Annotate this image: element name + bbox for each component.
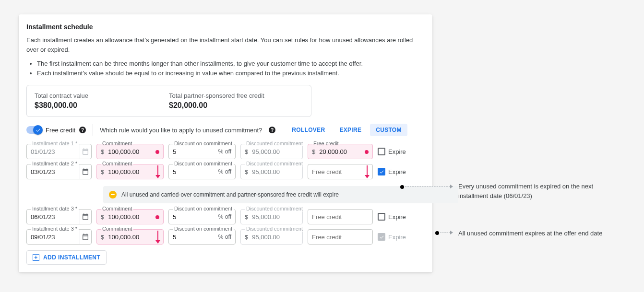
field-label: Discount on commitment	[173, 140, 234, 146]
arrow-down-icon	[155, 231, 161, 244]
discount-input[interactable]	[169, 213, 218, 221]
field-label: Installment date 3 *	[31, 226, 79, 232]
discount-input[interactable]	[169, 148, 218, 155]
rule-custom-button[interactable]: CUSTOM	[370, 124, 407, 136]
field-label: Installment date 3 *	[31, 206, 79, 211]
rule-question: Which rule would you like to apply to un…	[100, 127, 262, 134]
summary-contract: Total contract value $380,000.00	[35, 92, 169, 110]
calendar-icon[interactable]	[80, 210, 91, 224]
currency-prefix: $	[241, 234, 248, 241]
arrow-right-icon	[450, 185, 453, 188]
rule-item: The first installment can be three month…	[37, 59, 425, 69]
date-input[interactable]	[27, 213, 80, 221]
free-credit-toggle-wrap: Free credit ?	[26, 126, 86, 134]
free-credit-toggle-label: Free credit	[46, 127, 75, 134]
date-input[interactable]	[27, 168, 80, 175]
free-credit-toggle[interactable]	[26, 126, 42, 134]
field-label: Installment date 2 *	[31, 161, 79, 166]
rule-rollover-button[interactable]: ROLLOVER	[286, 124, 331, 136]
discounted-commitment-field: Discounted commitment $	[240, 144, 303, 159]
field-label: Discount on commitment	[173, 161, 234, 166]
commitment-field[interactable]: Commitment $	[96, 144, 164, 159]
add-installment-label: ADD INSTALLMENT	[43, 254, 100, 261]
expire-control: Expire	[378, 233, 406, 241]
currency-prefix: $	[308, 148, 315, 155]
discount-field[interactable]: Discount on commitment % off	[168, 229, 236, 245]
page-title: Installment schedule	[26, 23, 425, 31]
summary-contract-value: $380,000.00	[35, 101, 169, 110]
rule-bar: Free credit ? Which rule would you like …	[26, 124, 425, 136]
currency-prefix: $	[97, 168, 104, 175]
unit-suffix: % off	[218, 168, 235, 175]
summary-box: Total contract value $380,000.00 Total p…	[26, 85, 311, 117]
calendar-icon[interactable]	[80, 230, 91, 244]
discounted-commitment-field: Discounted commitment $	[240, 209, 303, 224]
expire-label: Expire	[388, 213, 406, 221]
unit-suffix: % off	[218, 148, 235, 155]
currency-prefix: $	[97, 234, 104, 241]
field-label: Commitment	[101, 140, 133, 146]
field-label: Discounted commitment	[245, 140, 304, 146]
expire-checkbox[interactable]	[378, 168, 385, 175]
currency-prefix: $	[241, 168, 248, 175]
free-credit-field[interactable]	[308, 209, 373, 224]
summary-contract-label: Total contract value	[35, 92, 169, 99]
intro-text: Each installment creates an allowance th…	[26, 35, 425, 54]
field-label: Free credit	[312, 140, 340, 146]
free-credit-field[interactable]	[308, 229, 373, 245]
rules-list: The first installment can be three month…	[26, 59, 425, 78]
free-credit-input[interactable]	[308, 168, 372, 175]
add-installment-button[interactable]: + ADD INSTALLMENT	[26, 250, 107, 265]
installment-date-field[interactable]: Installment date 3 *	[26, 229, 92, 245]
discount-field[interactable]: Discount on commitment % off	[168, 164, 236, 179]
discount-input[interactable]	[169, 168, 218, 175]
rule-item: Each installment's value should be equal…	[37, 69, 425, 78]
annotation-connector	[405, 187, 450, 187]
calendar-icon	[80, 144, 91, 159]
summary-credit: Total partner-sponsored free credit $20,…	[169, 92, 303, 110]
help-icon[interactable]: ?	[79, 127, 86, 133]
calendar-icon[interactable]	[80, 164, 91, 179]
unit-suffix: % off	[218, 213, 235, 220]
expire-checkbox[interactable]	[378, 213, 385, 221]
free-credit-input[interactable]	[315, 148, 372, 155]
minus-circle-icon	[109, 191, 117, 199]
rule-segmented: ROLLOVER EXPIRE CUSTOM	[286, 124, 407, 136]
free-credit-input[interactable]	[308, 213, 372, 221]
expire-control: Expire	[378, 213, 406, 221]
free-credit-field[interactable]: Free credit $	[308, 144, 373, 159]
discount-input[interactable]	[169, 234, 218, 241]
expire-control: Expire	[378, 148, 406, 155]
field-label: Commitment	[101, 226, 133, 232]
commitment-input[interactable]	[104, 213, 163, 221]
installment-date-field[interactable]: Installment date 2 *	[26, 164, 92, 179]
installment-row: Installment date 3 * Commitment $ Discou…	[26, 229, 425, 245]
commitment-field[interactable]: Commitment $	[96, 229, 164, 245]
expire-checkbox[interactable]	[378, 148, 385, 155]
annotation-dot-icon	[400, 185, 404, 189]
commitment-field[interactable]: Commitment $	[96, 209, 164, 224]
free-credit-input[interactable]	[308, 234, 372, 241]
annotation-text: All unused commitment expires at the off…	[458, 229, 631, 238]
date-input	[27, 148, 80, 155]
banner-text: All unused and carried-over commitment a…	[121, 191, 339, 198]
installment-date-field[interactable]: Installment date 3 *	[26, 209, 92, 224]
installment-row: Installment date 2 * Commitment $ Discou…	[26, 164, 425, 179]
currency-prefix: $	[97, 148, 104, 155]
help-icon[interactable]: ?	[269, 127, 275, 133]
date-input[interactable]	[27, 234, 80, 241]
free-credit-field[interactable]	[308, 164, 373, 179]
currency-prefix: $	[241, 148, 248, 155]
field-label: Commitment	[101, 206, 133, 211]
commitment-field[interactable]: Commitment $	[96, 164, 164, 179]
commitment-input[interactable]	[104, 148, 163, 155]
annotation-dot-icon	[435, 231, 439, 235]
field-label: Installment date 1 *	[31, 140, 79, 146]
installment-rows: Installment date 1 * Commitment $ Discou…	[26, 144, 425, 245]
discounted-value	[248, 234, 302, 241]
rule-expire-button[interactable]: EXPIRE	[334, 124, 367, 136]
discount-field[interactable]: Discount on commitment % off	[168, 144, 236, 159]
field-label: Discounted commitment	[245, 206, 304, 211]
discount-field[interactable]: Discount on commitment % off	[168, 209, 236, 224]
discounted-value	[248, 148, 302, 155]
